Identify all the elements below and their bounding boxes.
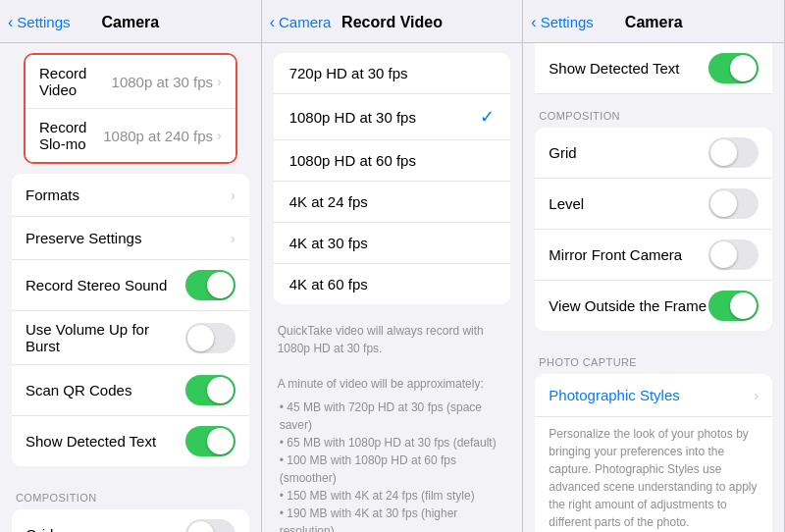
formats-row[interactable]: Formats › xyxy=(12,174,249,217)
p3-mirror-front-label: Mirror Front Camera xyxy=(549,246,708,263)
p3-composition-card: Grid Level Mirror Front Camera View Outs… xyxy=(535,128,772,331)
grid-label: Grid xyxy=(26,526,185,532)
back-chevron-icon: ‹ xyxy=(8,14,13,31)
size-info-list: 45 MB with 720p HD at 30 fps (space save… xyxy=(278,399,507,532)
show-detected-toggle[interactable] xyxy=(185,426,236,456)
scan-qr-toggle[interactable] xyxy=(185,375,236,405)
video-option-4k-24[interactable]: 4K at 24 fps xyxy=(274,182,511,223)
p3-photographic-styles-row[interactable]: Photographic Styles › xyxy=(535,374,772,417)
p3-photographic-styles-card: Photographic Styles › Personalize the lo… xyxy=(535,374,772,532)
p3-photographic-styles-label: Photographic Styles xyxy=(549,387,754,403)
panel1-header: ‹ Settings Camera xyxy=(0,0,261,43)
show-detected-label: Show Detected Text xyxy=(26,433,185,450)
p3-photographic-styles-chevron-icon: › xyxy=(754,388,759,403)
back-to-settings[interactable]: ‹ Settings xyxy=(8,14,71,31)
p3-grid-row: Grid xyxy=(535,128,772,179)
record-video-chevron-icon: › xyxy=(217,74,222,89)
panel3-header: ‹ Settings Camera xyxy=(523,0,784,43)
back-to-camera[interactable]: ‹ Camera xyxy=(270,14,332,31)
record-slomo-chevron-icon: › xyxy=(217,128,222,143)
video-4k-60-label: 4K at 60 fps xyxy=(289,276,496,293)
quicktake-info: QuickTake video will always record with … xyxy=(262,314,523,532)
formats-chevron-icon: › xyxy=(231,187,236,203)
panel2-header: ‹ Camera Record Video xyxy=(262,0,523,43)
panel2-content: 720p HD at 30 fps 1080p HD at 30 fps ✓ 1… xyxy=(262,43,523,532)
video-option-1080p-60[interactable]: 1080p HD at 60 fps xyxy=(274,140,511,182)
record-stereo-row: Record Stereo Sound xyxy=(12,260,249,311)
grid-row: Grid xyxy=(12,509,249,532)
quicktake-info-text: QuickTake video will always record with … xyxy=(278,324,484,355)
back3-label: Settings xyxy=(541,14,594,30)
preserve-settings-chevron-icon: › xyxy=(231,231,236,246)
p3-mirror-front-row: Mirror Front Camera xyxy=(535,230,772,281)
size-info-item-5: 190 MB with 4K at 30 fps (higher resolut… xyxy=(280,505,507,532)
show-detected-row: Show Detected Text xyxy=(12,416,249,466)
record-stereo-label: Record Stereo Sound xyxy=(26,277,185,293)
scan-qr-label: Scan QR Codes xyxy=(26,382,185,399)
composition-card: Grid Level Mirror Front Camera View Outs… xyxy=(12,509,249,532)
show-detected-text-toggle[interactable] xyxy=(708,53,759,83)
panel-camera-settings-2: ‹ Settings Camera Show Detected Text COM… xyxy=(523,0,785,532)
p3-level-toggle[interactable] xyxy=(708,188,759,219)
highlighted-group: Record Video 1080p at 30 fps › Record Sl… xyxy=(12,53,249,164)
selected-checkmark-icon: ✓ xyxy=(480,106,495,128)
record-slomo-row[interactable]: Record Slo-mo 1080p at 240 fps › xyxy=(26,109,236,162)
panel-camera-settings: ‹ Settings Camera Record Video 1080p at … xyxy=(0,0,262,532)
record-video-value: 1080p at 30 fps xyxy=(112,74,213,90)
volume-burst-row: Use Volume Up for Burst xyxy=(12,311,249,365)
panel-record-video: ‹ Camera Record Video 720p HD at 30 fps … xyxy=(262,0,524,532)
formats-label: Formats xyxy=(26,186,231,203)
nav-settings-card: Formats › Preserve Settings › Record Ste… xyxy=(12,174,249,466)
video-options-card: 720p HD at 30 fps 1080p HD at 30 fps ✓ 1… xyxy=(274,53,511,304)
show-detected-top-strip: Show Detected Text xyxy=(535,43,772,94)
record-slomo-label: Record Slo-mo xyxy=(39,119,103,152)
photographic-styles-desc: Personalize the look of your photos by b… xyxy=(535,417,772,532)
video-option-4k-30[interactable]: 4K at 30 fps xyxy=(274,223,511,264)
record-video-label: Record Video xyxy=(39,65,112,98)
preserve-settings-label: Preserve Settings xyxy=(26,230,231,246)
p3-level-label: Level xyxy=(549,195,708,212)
grid-toggle[interactable] xyxy=(185,519,236,532)
panel2-title: Record Video xyxy=(341,14,443,31)
p3-view-outside-row: View Outside the Frame xyxy=(535,281,772,331)
size-info-item-3: 100 MB with 1080p HD at 60 fps (smoother… xyxy=(280,452,507,487)
preserve-settings-row[interactable]: Preserve Settings › xyxy=(12,217,249,260)
scan-qr-row: Scan QR Codes xyxy=(12,365,249,416)
record-video-row[interactable]: Record Video 1080p at 30 fps › xyxy=(26,55,236,109)
size-info-title: A minute of video will be approximately: xyxy=(278,377,484,391)
composition-section-label: COMPOSITION xyxy=(0,476,261,509)
back-to-settings-3[interactable]: ‹ Settings xyxy=(531,14,594,31)
back-label: Settings xyxy=(17,14,70,30)
p3-photo-capture-label: PHOTO CAPTURE xyxy=(523,341,784,374)
video-4k-24-label: 4K at 24 fps xyxy=(289,193,496,210)
video-1080p-30-label: 1080p HD at 30 fps xyxy=(289,109,473,126)
back2-chevron-icon: ‹ xyxy=(270,14,275,31)
show-detected-text-label: Show Detected Text xyxy=(549,60,708,77)
show-detected-text-row: Show Detected Text xyxy=(535,43,772,93)
panel1-title: Camera xyxy=(101,14,159,31)
panel3-title: Camera xyxy=(625,14,683,31)
p3-level-row: Level xyxy=(535,179,772,230)
video-4k-30-label: 4K at 30 fps xyxy=(289,235,496,251)
size-info-item-2: 65 MB with 1080p HD at 30 fps (default) xyxy=(280,434,507,452)
video-option-4k-60[interactable]: 4K at 60 fps xyxy=(274,264,511,304)
back3-chevron-icon: ‹ xyxy=(531,14,536,31)
size-info-item-1: 45 MB with 720p HD at 30 fps (space save… xyxy=(280,399,507,434)
record-stereo-toggle[interactable] xyxy=(185,270,236,300)
p3-composition-label: COMPOSITION xyxy=(523,94,784,128)
p3-grid-label: Grid xyxy=(549,144,708,161)
back2-label: Camera xyxy=(279,14,331,30)
panel1-content: Record Video 1080p at 30 fps › Record Sl… xyxy=(0,43,261,532)
panel3-content: Show Detected Text COMPOSITION Grid Leve… xyxy=(523,43,784,532)
p3-mirror-front-toggle[interactable] xyxy=(708,239,759,270)
video-option-720p[interactable]: 720p HD at 30 fps xyxy=(274,53,511,94)
record-settings-card: Record Video 1080p at 30 fps › Record Sl… xyxy=(24,53,237,164)
video-720p-label: 720p HD at 30 fps xyxy=(289,65,496,81)
p3-grid-toggle[interactable] xyxy=(708,137,759,168)
p3-view-outside-toggle[interactable] xyxy=(708,291,759,321)
volume-burst-toggle[interactable] xyxy=(185,323,236,353)
record-slomo-value: 1080p at 240 fps xyxy=(103,128,213,144)
size-info-item-4: 150 MB with 4K at 24 fps (film style) xyxy=(280,487,507,505)
p3-view-outside-label: View Outside the Frame xyxy=(549,297,708,314)
video-option-1080p-30[interactable]: 1080p HD at 30 fps ✓ xyxy=(274,94,511,140)
